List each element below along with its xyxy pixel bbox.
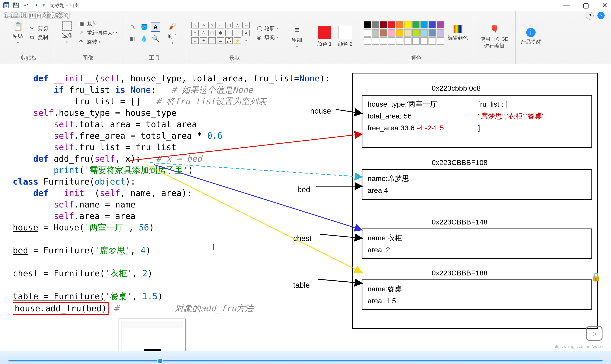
fill-shape-button[interactable]: ◉填充 ▾ bbox=[257, 34, 278, 41]
addr-chest: 0x223CBBBF148 bbox=[432, 218, 488, 226]
fill-icon[interactable]: 🪣 bbox=[139, 23, 149, 32]
pencil-icon[interactable]: ✎ bbox=[128, 23, 137, 32]
resize-icon: ⤢ bbox=[79, 30, 85, 36]
rainbow-icon bbox=[453, 25, 462, 33]
titlebar: ▦ 💾 ↶ ↷ ▾ 无标题 - 画图 — ▢ ✕ bbox=[0, 0, 611, 11]
paint3d-button[interactable]: 🎈使用画图 3D 进行编辑 bbox=[478, 24, 510, 49]
eraser-icon[interactable]: ◧ bbox=[128, 34, 137, 43]
color-palette[interactable] bbox=[364, 21, 444, 45]
color2-swatch bbox=[338, 26, 352, 39]
addr-table: 0x223CBBBF188 bbox=[432, 269, 488, 277]
copy-icon: ⧉ bbox=[30, 34, 36, 40]
scissors-icon: ✂ bbox=[30, 26, 36, 31]
ribbon-group-alert: i产品提醒 bbox=[516, 11, 546, 64]
ptr-table: table bbox=[293, 281, 310, 290]
color1-button[interactable]: 颜色 1 bbox=[316, 26, 333, 47]
brush-icon: 🖌 bbox=[167, 21, 178, 31]
crop-icon: ▣ bbox=[79, 21, 85, 27]
rotate-button[interactable]: ⟳旋转 ▾ bbox=[79, 39, 118, 45]
undo-icon[interactable]: ↶ bbox=[23, 2, 29, 8]
video-scrubber[interactable] bbox=[0, 351, 611, 364]
help-circle-icon[interactable]: ? bbox=[598, 12, 605, 19]
addr-bed: 0x223CBBBF108 bbox=[432, 158, 488, 167]
paste-button[interactable]: 📋 粘贴 ▾ bbox=[9, 21, 26, 45]
ptr-bed: bed bbox=[297, 185, 310, 194]
video-title-overlay: 1-12.03 面向对象练习 bbox=[4, 11, 70, 20]
cut-button[interactable]: ✂剪切 bbox=[30, 25, 48, 32]
alert-button[interactable]: i产品提醒 bbox=[521, 28, 541, 45]
memory-diagram: 0x223cbbbf0c8 house_type:'两室一厅' total_ar… bbox=[352, 73, 598, 329]
magnifier-icon[interactable]: 🔍 bbox=[151, 34, 160, 43]
tool-grid: ✎ 🪣 A ◧ 💧 🔍 bbox=[128, 23, 160, 43]
code-block: def __init__(self, house_type, total_are… bbox=[13, 73, 330, 315]
progress-bar[interactable] bbox=[9, 360, 602, 362]
maximize-button[interactable]: ▢ bbox=[583, 1, 589, 9]
brush-button[interactable]: 🖌 刷子 ▾ bbox=[164, 21, 181, 45]
close-button[interactable]: ✕ bbox=[602, 1, 608, 9]
ribbon-group-colors: 编辑颜色 颜色 bbox=[359, 11, 473, 64]
window-controls: — ▢ ✕ bbox=[563, 1, 608, 9]
chest-box: name:衣柜area: 2 bbox=[362, 229, 592, 259]
ribbon-group-paint3d: 🎈使用画图 3D 进行编辑 bbox=[473, 11, 516, 64]
paint-canvas[interactable]: def __init__(self, house_type, total_are… bbox=[0, 64, 611, 347]
help-icons: ? ? bbox=[586, 12, 605, 20]
select-icon bbox=[62, 21, 72, 31]
crop-button[interactable]: ▣裁剪 bbox=[79, 21, 118, 27]
progress-handle[interactable] bbox=[157, 358, 163, 364]
balloon-icon: 🎈 bbox=[489, 24, 500, 34]
lock-icon: 🔒 bbox=[591, 272, 601, 282]
edit-colors-button[interactable]: 编辑颜色 bbox=[448, 25, 468, 41]
color2-button[interactable]: 颜色 2 bbox=[337, 26, 354, 47]
bucket-icon: ◉ bbox=[257, 34, 263, 40]
ptr-chest: chest bbox=[293, 234, 311, 243]
text-cursor-icon: I bbox=[213, 243, 215, 252]
watermark: https://blog.csdn.net/weixin bbox=[554, 344, 605, 349]
ribbon-group-shapes: ╲∿○▭▢△➝ ◇⬠⬡⬢→↔⬍ ☆✦♡☁💬⚡▾ ◯轮廓 ▾ ◉填充 ▾ 形状 bbox=[186, 11, 283, 64]
color1-swatch bbox=[318, 26, 331, 39]
copy-button[interactable]: ⧉复制 bbox=[30, 34, 48, 41]
table-box: name:餐桌area: 1.5 bbox=[362, 279, 592, 310]
resize-button[interactable]: ⤢重新调整大小 bbox=[79, 29, 118, 36]
paste-label: 粘贴 bbox=[13, 33, 23, 39]
shapes-gallery[interactable]: ╲∿○▭▢△➝ ◇⬠⬡⬢→↔⬍ ☆✦♡☁💬⚡▾ bbox=[191, 22, 253, 44]
addr-house: 0x223cbbbf0c8 bbox=[432, 84, 481, 92]
minimize-button[interactable]: — bbox=[563, 1, 570, 9]
eyedropper-icon[interactable]: 💧 bbox=[139, 34, 149, 43]
redo-icon[interactable]: ↷ bbox=[33, 2, 39, 8]
tv-icon[interactable]: ▷ bbox=[586, 326, 602, 341]
ribbon-group-tools: ✎ 🪣 A ◧ 💧 🔍 🖌 刷子 ▾ 工具 bbox=[123, 11, 186, 64]
ribbon-group-size: ≡ 粗细 ▾ bbox=[283, 11, 311, 64]
save-icon[interactable]: 💾 bbox=[13, 2, 19, 8]
outline-icon: ◯ bbox=[257, 26, 263, 31]
select-button[interactable]: 选择 ▾ bbox=[58, 21, 75, 44]
highlighted-call: house.add_fru(bed) bbox=[13, 302, 108, 315]
outline-button[interactable]: ◯轮廓 ▾ bbox=[257, 25, 278, 32]
rotate-icon: ⟳ bbox=[79, 39, 85, 45]
text-icon[interactable]: A bbox=[151, 23, 160, 32]
info-icon: i bbox=[526, 28, 536, 37]
house-box: house_type:'两室一厅' total_area: 56 free_ar… bbox=[362, 95, 592, 148]
size-button[interactable]: ≡ 粗细 ▾ bbox=[289, 25, 306, 49]
group-label: 剪贴板 bbox=[9, 53, 48, 63]
bed-box: name:席梦思area:4 bbox=[362, 169, 592, 200]
size-icon: ≡ bbox=[292, 25, 302, 35]
ptr-house: house bbox=[310, 107, 331, 116]
ribbon-group-color1: 颜色 1 颜色 2 bbox=[311, 11, 359, 64]
clipboard-icon: 📋 bbox=[13, 21, 23, 31]
ribbon: 📋 粘贴 ▾ ✂剪切 ⧉复制 剪贴板 选择 ▾ ▣裁剪 ⤢重新调整大小 ⟳旋转 … bbox=[0, 11, 611, 64]
quick-access-toolbar: ▦ 💾 ↶ ↷ ▾ bbox=[3, 2, 45, 8]
window-title: 无标题 - 画图 bbox=[50, 2, 80, 9]
help-square-icon[interactable]: ? bbox=[586, 12, 594, 20]
app-icon: ▦ bbox=[3, 2, 9, 8]
